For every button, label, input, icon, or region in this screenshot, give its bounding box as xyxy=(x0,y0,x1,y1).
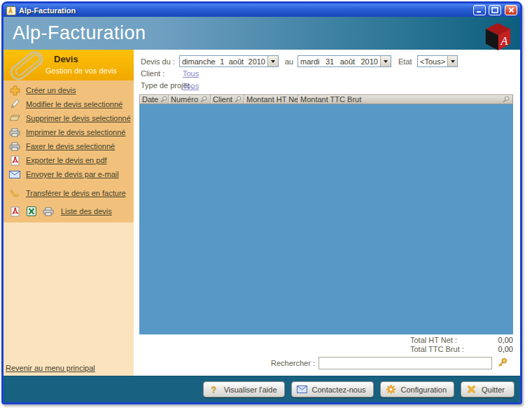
print-list-icon[interactable] xyxy=(42,206,55,217)
date-from-day: 1 xyxy=(220,57,224,66)
gear-icon xyxy=(386,384,396,395)
button-label: Visualiser l'aide xyxy=(224,386,277,394)
gold-key-icon[interactable] xyxy=(496,357,508,369)
sidebar-item-faxer-devis[interactable]: Faxer le devis selectionné xyxy=(4,139,134,153)
excel-icon[interactable] xyxy=(25,206,38,217)
sidebar-lower: Revenir au menu principal xyxy=(4,222,134,376)
sidebar-header: Devis Gestion de vos devis xyxy=(4,50,134,80)
table-body-empty xyxy=(139,104,513,334)
sidebar-item-label[interactable]: Imprimer le devis selectionné xyxy=(26,128,125,136)
date-to-year: 2010 xyxy=(361,57,378,66)
button-label: Contactez-nous xyxy=(312,386,366,394)
client-tous-link[interactable]: Tous xyxy=(183,69,199,78)
column-header-montant-ttc[interactable]: Montant TTC Brut xyxy=(298,95,512,104)
magnifier-icon[interactable] xyxy=(160,96,167,103)
magnifier-icon[interactable] xyxy=(200,96,207,103)
column-label: Montant HT Net xyxy=(246,95,298,104)
svg-text:A: A xyxy=(500,35,508,48)
column-header-date[interactable]: Date xyxy=(140,95,169,104)
sidebar-item-label[interactable]: Liste des devis xyxy=(61,207,112,215)
date-from-label: Devis du : xyxy=(141,57,175,66)
chevron-down-icon[interactable] xyxy=(447,56,457,66)
sidebar-subtitle: Gestion de vos devis xyxy=(46,66,117,75)
quit-x-icon xyxy=(466,384,477,395)
minimize-button[interactable] xyxy=(473,5,486,15)
total-ttc-label: Total TTC Brut : xyxy=(410,345,482,353)
titlebar: Alp-Facturation xyxy=(4,3,520,17)
printer-icon xyxy=(8,127,21,138)
state-value: <Tous> xyxy=(420,57,445,66)
sidebar-menu: Créer un devis Modifier le devis selecti… xyxy=(4,80,134,222)
maximize-button[interactable] xyxy=(489,5,501,15)
phone-transfer-icon xyxy=(8,188,21,199)
sidebar-item-label[interactable]: Exporter le devis en pdf xyxy=(26,156,107,164)
date-to-dayname: mardi xyxy=(300,57,320,66)
plus-icon xyxy=(8,85,21,96)
date-to-label: au xyxy=(285,57,293,66)
sidebar-title: Devis xyxy=(54,54,78,64)
configuration-button[interactable]: Configuration xyxy=(380,381,454,397)
sidebar-item-creer-devis[interactable]: Créer un devis xyxy=(4,83,134,97)
pencil-icon xyxy=(8,99,21,110)
date-from-dayname: dimanche xyxy=(182,57,216,66)
sidebar-item-liste-devis[interactable]: Liste des devis xyxy=(4,204,134,218)
chevron-down-icon[interactable] xyxy=(267,56,278,66)
button-label: Configuration xyxy=(401,386,447,394)
project-type-tous-link[interactable]: Tous xyxy=(183,82,199,90)
envelope-icon xyxy=(297,384,307,395)
column-label: Montant TTC Brut xyxy=(300,95,361,104)
sidebar-item-envoyer-email[interactable]: Envoyer le devis par e-mail xyxy=(4,167,134,181)
date-from-month: août xyxy=(229,57,244,66)
sidebar-item-modifier-devis[interactable]: Modifier le devis selectionné xyxy=(4,97,134,111)
help-button[interactable]: ? Visualiser l'aide xyxy=(203,381,285,397)
app-header: Alp-Facturation xyxy=(4,17,520,50)
app-icon xyxy=(6,6,16,15)
pdf-icon[interactable] xyxy=(8,206,21,217)
screenshot-stage: Alp-Facturation Alp-Facturation A xyxy=(0,0,532,410)
state-label: Etat xyxy=(398,57,412,66)
total-ht-value: 0,00 xyxy=(482,336,513,344)
magnifier-icon[interactable] xyxy=(503,96,510,103)
date-from-year: 2010 xyxy=(248,57,265,66)
bottom-bar: ? Visualiser l'aide Contactez-nous Confi… xyxy=(4,376,520,402)
back-to-main-menu-link[interactable]: Revenir au menu principal xyxy=(6,364,95,372)
sidebar-item-label[interactable]: Créer un devis xyxy=(26,86,76,94)
column-header-numero[interactable]: Numéro xyxy=(169,95,211,104)
sidebar-item-supprimer-devis[interactable]: Supprimer le devis selectionné xyxy=(4,111,134,125)
column-header-montant-ht[interactable]: Montant HT Net xyxy=(244,95,298,104)
date-to-month: août xyxy=(340,57,355,66)
sidebar-item-exporter-pdf[interactable]: Exporter le devis en pdf xyxy=(4,153,134,167)
sidebar-item-label[interactable]: Modifier le devis selectionné xyxy=(26,100,122,108)
state-dropdown[interactable]: <Tous> xyxy=(417,55,458,67)
email-icon xyxy=(8,169,21,180)
totals-block: Total HT Net : 0,00 Total TTC Brut : 0,0… xyxy=(410,335,513,353)
sidebar-item-imprimer-devis[interactable]: Imprimer le devis selectionné xyxy=(4,125,134,139)
contact-button[interactable]: Contactez-nous xyxy=(291,381,374,397)
column-label: Date xyxy=(142,95,158,104)
magnifier-icon[interactable] xyxy=(234,96,241,103)
sidebar-item-transferer-facture[interactable]: Transférer le devis en facture xyxy=(4,186,134,200)
sidebar-item-label[interactable]: Faxer le devis selectionné xyxy=(26,142,115,150)
sidebar-item-label[interactable]: Supprimer le devis selectionné xyxy=(26,114,131,122)
main-panel: Devis du : dimanche 1 août 2010 au mardi… xyxy=(134,50,520,376)
column-label: Client xyxy=(213,95,232,104)
close-button[interactable] xyxy=(505,5,517,15)
date-to-day: 31 xyxy=(326,57,334,66)
eraser-icon xyxy=(8,113,21,124)
date-to-dropdown[interactable]: mardi 31 août 2010 xyxy=(298,55,391,67)
sidebar: Devis Gestion de vos devis Créer un devi… xyxy=(4,50,134,376)
sidebar-item-label[interactable]: Transférer le devis en facture xyxy=(26,189,126,197)
content-area: Devis Gestion de vos devis Créer un devi… xyxy=(4,50,520,376)
search-row: Rechercher : xyxy=(134,356,521,370)
column-label: Numéro xyxy=(171,95,198,104)
search-input[interactable] xyxy=(318,357,492,369)
quit-button[interactable]: Quitter xyxy=(461,381,514,397)
sidebar-item-label[interactable]: Envoyer le devis par e-mail xyxy=(26,170,119,178)
chevron-down-icon[interactable] xyxy=(380,56,391,66)
red-cube-a-logo: A xyxy=(483,21,512,53)
date-from-dropdown[interactable]: dimanche 1 août 2010 xyxy=(179,55,279,67)
total-ttc-value: 0,00 xyxy=(482,345,513,353)
window-title: Alp-Facturation xyxy=(19,6,470,15)
column-header-client[interactable]: Client xyxy=(211,95,244,104)
pdf-icon xyxy=(8,155,21,166)
